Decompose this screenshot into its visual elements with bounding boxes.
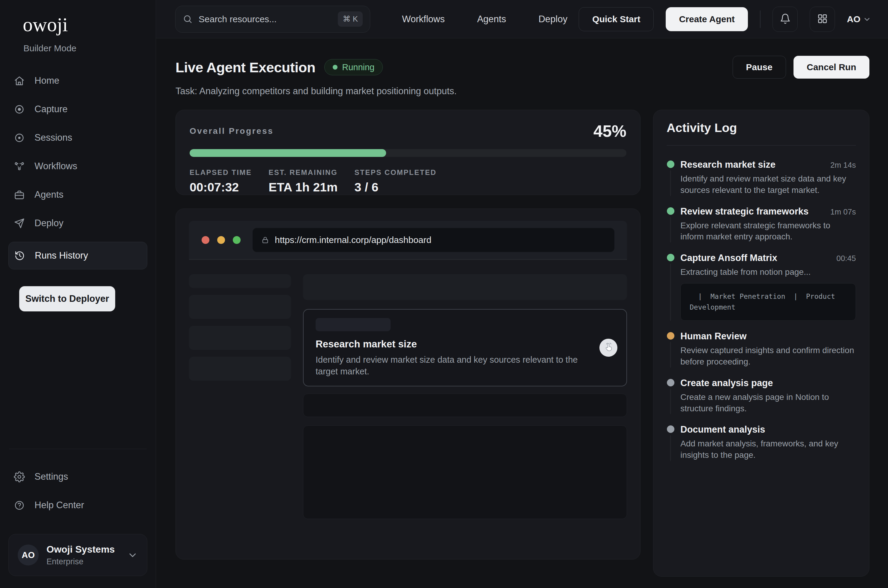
sidebar-item-deploy[interactable]: Deploy — [8, 213, 147, 233]
timeline-rail — [667, 378, 674, 414]
sidebar-item-settings[interactable]: Settings — [8, 467, 147, 487]
home-icon — [14, 75, 25, 86]
timeline-connector — [670, 170, 671, 196]
pause-button[interactable]: Pause — [733, 56, 786, 79]
progress-header: Overall Progress 45% — [190, 122, 626, 141]
progress-label: Overall Progress — [190, 126, 274, 136]
profile-menu[interactable]: AO — [847, 14, 871, 24]
main-content: Live Agent Execution Running Pause Cance… — [156, 38, 888, 588]
browser-chrome: https://crm.internal.corp/app/dashboard — [189, 221, 627, 260]
help-icon — [14, 500, 25, 511]
org-info: Owoji Systems Enterprise — [46, 544, 115, 566]
search-shortcut-badge: ⌘ K — [338, 11, 363, 27]
running-status-dot — [333, 65, 338, 70]
activity-log-entry: Research market size 2m 14s Identify and… — [667, 159, 856, 206]
sidebar-item-runs-history[interactable]: Runs History — [8, 242, 147, 269]
activity-log-entry: Human Review Review captured insights an… — [667, 331, 856, 378]
log-entry-description: Explore relevant strategic frameworks to… — [680, 220, 856, 243]
skeleton-banner — [303, 274, 627, 300]
status-badge: Running — [324, 59, 383, 75]
browser-url: https://crm.internal.corp/app/dashboard — [275, 235, 431, 245]
timeline-connector — [670, 389, 671, 414]
sidebar-item-workflows[interactable]: Workflows — [8, 156, 147, 176]
builder-mode-label: Builder Mode — [23, 43, 156, 53]
topbar-link-workflows[interactable]: Workflows — [402, 14, 445, 25]
log-entry-description: Extracting table from notion page... — [680, 266, 856, 278]
activity-log-title: Activity Log — [667, 121, 856, 135]
notifications-button[interactable] — [772, 7, 798, 32]
grid-icon — [817, 13, 828, 25]
quick-start-button[interactable]: Quick Start — [579, 7, 654, 31]
timeline-connector — [670, 217, 671, 243]
search-icon — [183, 14, 193, 24]
right-column: Activity Log Research market size 2m 14s… — [653, 110, 869, 588]
sidebar-item-label: Deploy — [34, 218, 64, 229]
sidebar-item-label: Home — [34, 75, 59, 86]
sidebar: owoji Builder Mode Home Capture Sessions… — [0, 0, 156, 588]
timeline-connector — [670, 264, 671, 321]
log-entry-title: Create analysis page — [680, 378, 773, 388]
cancel-run-button[interactable]: Cancel Run — [794, 56, 869, 79]
topbar-link-agents[interactable]: Agents — [477, 14, 506, 25]
search-input[interactable] — [199, 14, 332, 24]
brand-logo: owoji — [23, 13, 156, 36]
sidebar-item-capture[interactable]: Capture — [8, 99, 147, 119]
active-step-description: Identify and review market size data and… — [316, 354, 596, 377]
page-header: Live Agent Execution Running Pause Cance… — [176, 56, 869, 79]
sidebar-item-label: Settings — [34, 471, 68, 482]
skeleton-block — [189, 357, 291, 381]
status-badge-label: Running — [342, 62, 374, 72]
topbar: ⌘ K Workflows Agents Deploy Quick Start … — [156, 0, 888, 38]
timeline-rail — [667, 253, 674, 321]
chevron-down-icon — [127, 550, 138, 560]
capture-icon — [14, 104, 25, 115]
traffic-light-maximize — [233, 236, 241, 244]
overall-progress-card: Overall Progress 45% ELAPSED TIME 00:07:… — [176, 110, 640, 195]
sidebar-item-help-center[interactable]: Help Center — [8, 495, 147, 515]
sidebar-footer-nav: Settings Help Center — [0, 467, 156, 515]
org-switcher[interactable]: AO Owoji Systems Enterprise — [8, 534, 147, 576]
sidebar-item-sessions[interactable]: Sessions — [8, 128, 147, 148]
live-browser-view: https://crm.internal.corp/app/dashboard — [176, 208, 640, 560]
activity-log-entry: Create analysis page Create a new analys… — [667, 378, 856, 424]
status-dot — [667, 332, 674, 340]
settings-icon — [14, 471, 25, 482]
browser-body: Research market size Identify and review… — [189, 260, 627, 519]
log-entry-title: Human Review — [680, 331, 747, 342]
progress-percent: 45% — [593, 122, 626, 141]
create-agent-button[interactable]: Create Agent — [666, 7, 748, 31]
log-entry-time: 00:45 — [830, 254, 856, 263]
status-dot — [667, 425, 674, 433]
active-step-title: Research market size — [316, 338, 614, 350]
workflows-icon — [14, 161, 25, 172]
app-window: owoji Builder Mode Home Capture Sessions… — [0, 0, 888, 588]
skeleton-block — [189, 295, 291, 319]
topbar-actions: Quick Start Create Agent AO — [579, 7, 871, 32]
sessions-icon — [14, 132, 25, 143]
sidebar-item-home[interactable]: Home — [8, 71, 147, 91]
timeline-rail — [667, 424, 674, 461]
active-step-card: Research market size Identify and review… — [303, 309, 627, 386]
timeline-connector — [670, 435, 671, 461]
timeline-rail — [667, 331, 674, 368]
apps-grid-button[interactable] — [810, 7, 835, 32]
topbar-link-deploy[interactable]: Deploy — [538, 14, 568, 25]
stat-steps-completed: STEPS COMPLETED 3 / 6 — [354, 168, 436, 194]
log-entry-description: Add market analysis, frameworks, and key… — [680, 438, 856, 461]
agent-cursor-indicator — [599, 339, 617, 357]
topbar-nav: Workflows Agents Deploy — [402, 14, 567, 25]
page-title: Live Agent Execution — [176, 59, 315, 76]
agents-icon — [14, 189, 25, 200]
search-box[interactable]: ⌘ K — [175, 6, 370, 33]
log-entry-title: Review strategic frameworks — [680, 206, 808, 217]
stat-elapsed-time: ELAPSED TIME 00:07:32 — [190, 168, 252, 194]
deploy-icon — [14, 218, 25, 229]
activity-log-entry: Capture Ansoff Matrix 00:45 Extracting t… — [667, 253, 856, 331]
sidebar-item-agents[interactable]: Agents — [8, 185, 147, 205]
progress-stats: ELAPSED TIME 00:07:32 EST. REMAINING ETA… — [190, 168, 626, 194]
browser-url-bar: https://crm.internal.corp/app/dashboard — [253, 228, 614, 252]
log-entry-time: 2m 14s — [824, 160, 856, 170]
stat-est-remaining: EST. REMAINING ETA 1h 21m — [268, 168, 338, 194]
switch-to-deployer-button[interactable]: Switch to Deployer — [19, 286, 115, 311]
log-entry-time: 1m 07s — [824, 207, 856, 217]
